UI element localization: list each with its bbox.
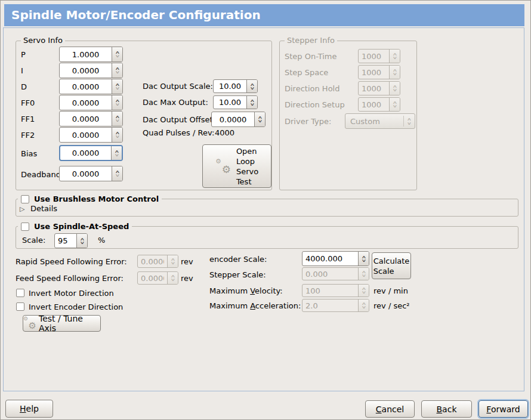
max-accel-spinner: ∧∨: [358, 299, 369, 311]
spin-down-icon: ∨: [170, 279, 175, 282]
brushless-title[interactable]: Use Brushless Motor Control: [18, 193, 162, 205]
at-speed-title[interactable]: Use Spindle-At-Speed: [18, 221, 132, 232]
ff2-input[interactable]: [60, 128, 112, 142]
i-spinner[interactable]: ∧∨: [112, 63, 122, 78]
ff1-spinner[interactable]: ∧∨: [112, 112, 122, 126]
i-input[interactable]: [60, 63, 112, 78]
invert-motor-label[interactable]: Invert Motor Direction: [29, 289, 114, 298]
spin-down-icon[interactable]: ∨: [249, 103, 255, 106]
encoder-scale-spinner[interactable]: ∧∨: [358, 252, 369, 265]
direction-setup-input: [359, 98, 389, 111]
stepper-scale-spinbox: ∧∨: [302, 267, 369, 280]
d-spinbox[interactable]: ∧∨: [59, 79, 123, 94]
open-loop-servo-test-button[interactable]: ⚙⚙ Open Loop Servo Test: [202, 144, 271, 188]
invert-encoder-checkbox[interactable]: [16, 302, 24, 311]
p-spinbox[interactable]: ∧∨: [59, 47, 123, 62]
deadband-spinner[interactable]: ∧∨: [112, 166, 122, 181]
step-on-time-input: [359, 50, 389, 63]
scale-spinner[interactable]: ∧∨: [76, 234, 87, 248]
gear-icon: ⚙⚙: [23, 316, 36, 331]
spin-down-icon[interactable]: ∨: [115, 87, 120, 90]
step-space-input: [359, 66, 389, 79]
p-spinner[interactable]: ∧∨: [112, 47, 122, 61]
invert-motor-checkbox[interactable]: [16, 289, 24, 297]
dac-max-output-spinner[interactable]: ∧∨: [246, 96, 257, 109]
max-velocity-unit: rev / min: [373, 286, 408, 295]
brushless-checkbox[interactable]: [21, 195, 29, 203]
ff1-spinbox[interactable]: ∧∨: [59, 111, 123, 126]
i-spinbox[interactable]: ∧∨: [59, 63, 123, 78]
spin-down-icon[interactable]: ∨: [114, 153, 119, 156]
spin-down-icon[interactable]: ∨: [361, 259, 366, 262]
help-button[interactable]: Help: [5, 400, 53, 418]
calculate-scale-button[interactable]: Calculate Scale: [372, 252, 411, 279]
scale-input[interactable]: [55, 234, 76, 248]
ff2-spinbox[interactable]: ∧∨: [59, 127, 123, 143]
scale-unit: %: [98, 236, 105, 245]
ff2-label: FF2: [21, 131, 35, 140]
i-label: I: [21, 66, 23, 75]
feed-ferror-unit: rev: [181, 274, 193, 283]
dac-max-output-spinbox[interactable]: ∧∨: [213, 95, 258, 109]
direction-hold-spinner: ∧∨: [389, 82, 400, 95]
dac-output-offset-input[interactable]: [212, 112, 254, 126]
p-input[interactable]: [60, 47, 112, 61]
dac-output-scale-input[interactable]: [214, 80, 246, 92]
deadband-spinbox[interactable]: ∧∨: [59, 166, 123, 181]
details-expander[interactable]: ▷: [20, 204, 24, 213]
ff1-label: FF1: [21, 115, 35, 123]
spin-down-icon[interactable]: ∨: [115, 55, 120, 58]
bias-label: Bias: [21, 149, 37, 158]
scale-spinbox[interactable]: ∧∨: [54, 233, 88, 248]
dac-output-scale-spinner[interactable]: ∧∨: [246, 80, 257, 92]
ff0-spinbox[interactable]: ∧∨: [59, 95, 123, 110]
deadband-input[interactable]: [60, 166, 112, 181]
bias-input[interactable]: [60, 146, 111, 160]
spin-down-icon[interactable]: ∨: [257, 120, 263, 123]
bias-spinner[interactable]: ∧∨: [111, 146, 122, 160]
encoder-scale-spinbox[interactable]: ∧∨: [302, 251, 369, 266]
direction-setup-spinner: ∧∨: [389, 98, 400, 111]
dac-output-offset-spinbox[interactable]: ∧∨: [211, 112, 266, 127]
invert-encoder-label[interactable]: Invert Encoder Direction: [29, 302, 123, 311]
spin-down-icon[interactable]: ∨: [249, 87, 255, 89]
at-speed-label: Use Spindle-At-Speed: [34, 222, 129, 231]
stepper-info-frame: Stepper Info Step On-Time ∧∨ Step Space …: [279, 41, 417, 190]
spin-down-icon[interactable]: ∨: [115, 119, 120, 122]
at-speed-frame: Use Spindle-At-Speed Scale: ∧∨ %: [16, 226, 518, 249]
spin-down-icon: ∨: [392, 105, 397, 108]
d-spinner[interactable]: ∧∨: [112, 79, 122, 94]
max-velocity-input: [302, 285, 358, 297]
servo-info-frame: Servo Info P ∧∨ I ∧∨ D ∧∨ FF0 ∧∨ FF1 ∧∨ …: [16, 41, 272, 190]
at-speed-checkbox[interactable]: [21, 223, 29, 231]
ff1-input[interactable]: [60, 112, 112, 126]
dac-max-output-input[interactable]: [214, 96, 246, 109]
step-on-time-label: Step On-Time: [285, 52, 337, 61]
max-accel-input: [302, 299, 358, 311]
test-tune-axis-button[interactable]: ⚙⚙ Test / Tune Axis: [23, 315, 101, 332]
expander-arrow-icon[interactable]: ▷: [20, 205, 24, 213]
ff2-spinner[interactable]: ∧∨: [112, 128, 122, 142]
step-on-time-spinner: ∧∨: [389, 50, 400, 63]
cancel-button[interactable]: Cancel: [365, 400, 415, 418]
open-loop-line: Open: [236, 146, 257, 156]
ff0-spinner[interactable]: ∧∨: [112, 95, 122, 110]
spin-down-icon[interactable]: ∨: [115, 174, 120, 177]
ff0-input[interactable]: [60, 95, 112, 110]
dac-output-offset-spinner[interactable]: ∧∨: [254, 112, 265, 126]
spin-down-icon[interactable]: ∨: [115, 135, 120, 138]
spin-down-icon[interactable]: ∨: [115, 71, 120, 74]
spin-down-icon[interactable]: ∨: [115, 103, 120, 106]
cancel-button-label: Cancel: [376, 404, 404, 414]
forward-button[interactable]: Forward: [478, 400, 528, 418]
dac-output-scale-spinbox[interactable]: ∧∨: [213, 79, 258, 93]
back-button[interactable]: Back: [421, 400, 472, 418]
direction-hold-label: Direction Hold: [285, 84, 339, 93]
bias-spinbox[interactable]: ∧∨: [59, 145, 123, 161]
encoder-scale-input[interactable]: [302, 252, 358, 265]
d-input[interactable]: [60, 79, 112, 94]
details-label[interactable]: Details: [30, 204, 57, 213]
calculate-scale-line: Scale: [373, 266, 394, 276]
spin-down-icon[interactable]: ∨: [79, 241, 85, 244]
max-accel-spinbox: ∧∨: [302, 299, 369, 312]
